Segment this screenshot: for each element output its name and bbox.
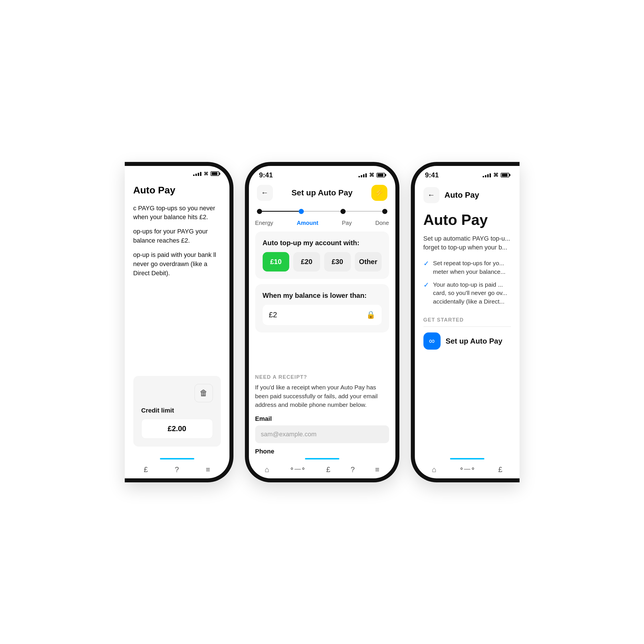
credit-section: 🗑 Credit limit £2.00 <box>133 376 221 447</box>
loop-icon: ∞ <box>429 336 435 346</box>
step-label-amount: Amount <box>297 220 318 226</box>
auto-pay-title: Auto Pay <box>423 211 511 228</box>
back-arrow-icon: ← <box>261 188 269 197</box>
usage-icon: ⚬—⚬ <box>289 466 306 472</box>
step-labels: Energy Amount Pay Done <box>249 220 395 231</box>
right-content-area: ← Auto Pay Auto Pay Set up automatic PAY… <box>415 181 520 458</box>
nav-item-menu[interactable]: ≡ <box>206 466 210 473</box>
support-icon: ? <box>351 466 355 473</box>
setup-btn-row[interactable]: ∞ Set up Auto Pay <box>423 332 511 350</box>
mid-nav-indicator <box>305 458 339 459</box>
receipt-description: If you'd like a receipt when your Auto P… <box>255 383 389 409</box>
nav-item-help[interactable]: ? <box>175 466 179 473</box>
left-phone-content: Auto Pay c PAYG top-ups so you never whe… <box>125 179 229 478</box>
right-header: ← Auto Pay <box>423 187 511 203</box>
wifi-icon: ⌘ <box>204 171 208 177</box>
mid-signal-icon <box>358 173 367 177</box>
balance-value: £2 <box>269 310 277 319</box>
mid-time: 9:41 <box>259 171 273 179</box>
right-signal-icon <box>483 173 491 177</box>
scene: ⌘ Auto Pay c PAYG top-ups so you never w… <box>0 0 644 644</box>
step-dot-energy <box>257 209 262 214</box>
right-back-button[interactable]: ← <box>423 187 439 203</box>
left-content-area: Auto Pay c PAYG top-ups so you never whe… <box>125 179 229 458</box>
left-status-bar: ⌘ <box>125 166 229 179</box>
action-button[interactable]: ⚡ <box>371 185 387 201</box>
step-label-pay: Pay <box>342 220 352 226</box>
nav-usage[interactable]: ⚬—⚬ <box>289 466 306 473</box>
step-label-energy: Energy <box>255 220 273 226</box>
mid-status-icons: ⌘ <box>358 172 385 178</box>
right-back-arrow-icon: ← <box>428 191 435 199</box>
right-nav-home[interactable]: ⌂ <box>432 466 436 473</box>
amount-btn-30[interactable]: £30 <box>324 252 351 272</box>
right-time: 9:41 <box>425 171 439 179</box>
right-phone-content: ← Auto Pay Auto Pay Set up automatic PAY… <box>415 181 520 478</box>
right-nav-items: ⌂ ⚬—⚬ £ <box>415 463 520 475</box>
lock-icon: 🔒 <box>366 310 375 319</box>
step-dot-amount <box>299 209 304 214</box>
left-bottom-nav: £ ? ≡ <box>125 458 229 478</box>
hamburger-icon: ≡ <box>375 466 379 473</box>
payment-icon: £ <box>144 466 148 473</box>
check-icon-1: ✓ <box>423 259 429 267</box>
amount-btn-10[interactable]: £10 <box>263 252 290 272</box>
right-home-icon: ⌂ <box>432 466 436 473</box>
right-usage-icon: ⚬—⚬ <box>459 466 475 472</box>
trash-icon[interactable]: 🗑 <box>195 384 213 402</box>
auto-pay-desc: Set up automatic PAYG top-u... forget to… <box>423 234 511 252</box>
middle-phone: 9:41 ⌘ ← Set up Auto Pay ⚡ <box>245 162 399 482</box>
get-started-label: GET STARTED <box>423 317 511 323</box>
check-text-1: Set repeat top-ups for yo... meter when … <box>433 259 511 276</box>
back-button[interactable]: ← <box>257 185 273 201</box>
right-status-bar: 9:41 ⌘ <box>415 166 520 181</box>
balance-card-title: When my balance is lower than: <box>263 292 382 300</box>
mid-header-title: Set up Auto Pay <box>292 188 353 197</box>
nav-payment[interactable]: £ <box>326 466 330 473</box>
right-wifi-icon: ⌘ <box>493 172 498 178</box>
check-item-1: ✓ Set repeat top-ups for yo... meter whe… <box>423 259 511 276</box>
right-nav-indicator <box>450 458 484 459</box>
right-bottom-nav: ⌂ ⚬—⚬ £ <box>415 458 520 478</box>
signal-icon <box>193 171 201 176</box>
divider <box>423 326 511 327</box>
balance-row: £2 🔒 <box>263 305 382 325</box>
nav-menu[interactable]: ≡ <box>375 466 379 473</box>
amount-card-title: Auto top-up my account with: <box>263 239 382 247</box>
amount-btn-20[interactable]: £20 <box>293 252 320 272</box>
receipt-section: NEED A RECEIPT? If you'd like a receipt … <box>249 374 395 458</box>
nav-item-payment[interactable]: £ <box>144 466 148 473</box>
email-input[interactable]: sam@example.com <box>255 425 389 443</box>
loop-button[interactable]: ∞ <box>423 332 441 350</box>
right-nav-usage[interactable]: ⚬—⚬ <box>459 466 475 473</box>
mid-status-bar: 9:41 ⌘ <box>249 166 395 181</box>
step-line-2 <box>304 211 340 212</box>
right-nav-payment[interactable]: £ <box>498 466 502 473</box>
menu-icon: ≡ <box>206 466 210 473</box>
mid-phone-content: ← Set up Auto Pay ⚡ Energy Amount <box>249 181 395 478</box>
credit-label: Credit limit <box>141 407 174 414</box>
check-item-2: ✓ Your auto top-up is paid ... card, so … <box>423 280 511 306</box>
step-line-1 <box>262 211 299 212</box>
left-body-text-3: op-up is paid with your bank ll never go… <box>133 250 221 278</box>
help-icon: ? <box>175 466 179 473</box>
credit-value: £2.00 <box>141 419 213 439</box>
amount-buttons-row: £10 £20 £30 Other <box>263 252 382 272</box>
step-dot-done <box>382 209 387 214</box>
check-text-2: Your auto top-up is paid ... card, so yo… <box>433 280 511 306</box>
nav-support[interactable]: ? <box>351 466 355 473</box>
left-body-text-2: op-ups for your PAYG your balance reache… <box>133 227 221 245</box>
right-phone: 9:41 ⌘ ← Auto Pay <box>411 162 520 482</box>
left-status-icons: ⌘ <box>193 171 219 177</box>
check-icon-2: ✓ <box>423 281 429 289</box>
phone-label: Phone <box>255 448 389 455</box>
nav-home[interactable]: ⌂ <box>265 466 269 473</box>
amount-card: Auto top-up my account with: £10 £20 £30… <box>255 231 389 279</box>
bolt-icon: ⚡ <box>374 188 384 197</box>
amount-btn-other[interactable]: Other <box>355 252 382 272</box>
right-battery-icon <box>501 173 509 177</box>
mid-nav-items: ⌂ ⚬—⚬ £ ? ≡ <box>249 463 395 475</box>
right-status-icons: ⌘ <box>483 172 509 178</box>
step-line-3 <box>346 211 382 212</box>
email-label: Email <box>255 415 389 423</box>
